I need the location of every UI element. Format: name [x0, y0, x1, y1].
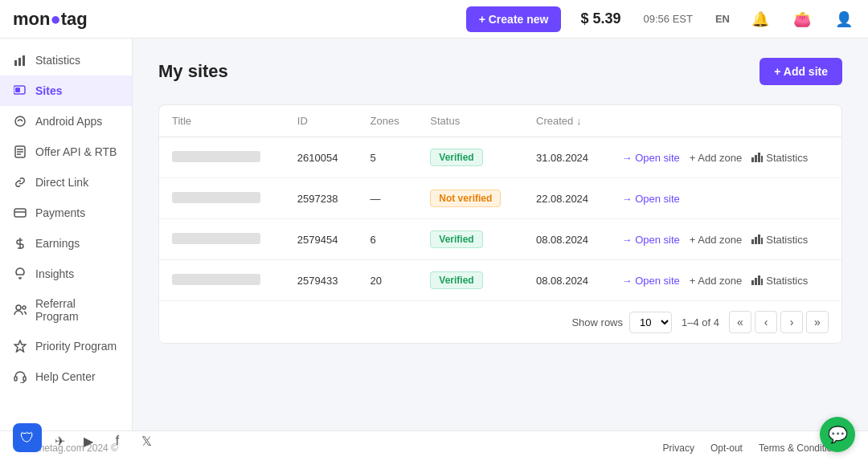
- account-icon[interactable]: 👤: [833, 8, 855, 31]
- cell-zones: 6: [358, 219, 418, 260]
- page-header: My sites + Add site: [158, 58, 842, 85]
- balance-display: $ 5.39: [580, 10, 620, 27]
- open-site-link[interactable]: → Open site: [622, 234, 680, 246]
- sidebar-item-priority-label: Priority Program: [35, 340, 117, 353]
- cell-zones: 5: [358, 137, 418, 178]
- open-site-link[interactable]: → Open site: [622, 275, 680, 287]
- pagination-nav: « ‹ › »: [729, 311, 829, 333]
- statistics-link[interactable]: Statistics: [751, 234, 808, 246]
- main-layout: Statistics Sites Android Apps Offer API …: [0, 39, 868, 430]
- sidebar-item-statistics[interactable]: Statistics: [0, 45, 132, 75]
- add-zone-link[interactable]: + Add zone: [690, 275, 742, 287]
- sidebar-item-earnings[interactable]: Earnings: [0, 228, 132, 259]
- lightbulb-icon: [13, 267, 27, 281]
- sidebar-item-earnings-label: Earnings: [35, 237, 80, 250]
- svg-rect-29: [761, 279, 763, 285]
- sidebar-item-direct-link[interactable]: Direct Link: [0, 167, 132, 198]
- svg-rect-18: [751, 157, 754, 162]
- svg-rect-28: [758, 275, 760, 285]
- svg-rect-23: [755, 237, 757, 244]
- cell-id: 2579454: [285, 219, 358, 260]
- prev-page-button[interactable]: ‹: [755, 311, 777, 333]
- next-page-button[interactable]: ›: [780, 311, 803, 333]
- statistics-link[interactable]: Statistics: [751, 152, 808, 164]
- open-site-link[interactable]: → Open site: [622, 193, 680, 205]
- opt-out-link[interactable]: Opt-out: [710, 443, 743, 454]
- sidebar-item-priority-program[interactable]: Priority Program: [0, 331, 132, 361]
- facebook-icon[interactable]: f: [106, 430, 129, 452]
- cell-id: 2610054: [285, 137, 358, 178]
- show-rows-control: Show rows 10 25 50: [571, 312, 672, 333]
- svg-rect-26: [751, 280, 754, 285]
- sidebar-item-android-apps-label: Android Apps: [35, 115, 102, 128]
- cell-status: Verified: [417, 260, 523, 301]
- footer-links: Privacy Opt-out Terms & Conditions: [663, 443, 842, 454]
- sidebar-item-help-label: Help Center: [35, 370, 96, 383]
- cell-created: 22.08.2024: [523, 178, 609, 219]
- svg-rect-22: [751, 239, 754, 244]
- col-actions: [609, 105, 841, 137]
- svg-rect-4: [15, 88, 20, 92]
- users-icon: [13, 303, 27, 317]
- add-zone-link[interactable]: + Add zone: [690, 234, 742, 246]
- open-site-link[interactable]: → Open site: [622, 152, 680, 164]
- create-new-button[interactable]: + Create new: [466, 6, 562, 32]
- sidebar-item-insights[interactable]: Insights: [0, 259, 132, 289]
- notifications-icon[interactable]: 🔔: [749, 8, 772, 31]
- shield-badge[interactable]: 🛡: [13, 423, 42, 452]
- language-selector[interactable]: EN: [715, 13, 730, 25]
- col-title: Title: [159, 105, 285, 137]
- svg-rect-20: [758, 153, 760, 162]
- table-header-row: Title ID Zones Status Created ↓: [159, 105, 841, 137]
- svg-marker-15: [14, 341, 26, 352]
- sidebar-item-referral-program[interactable]: Referral Program: [0, 289, 132, 331]
- add-zone-link[interactable]: + Add zone: [690, 152, 742, 164]
- table: Title ID Zones Status Created ↓ 2610054 …: [159, 105, 841, 300]
- svg-rect-17: [23, 377, 26, 381]
- cell-status: Verified: [417, 137, 523, 178]
- svg-rect-21: [761, 156, 763, 162]
- sidebar-item-sites[interactable]: Sites: [0, 75, 132, 106]
- table-row: 2610054 5 Verified 31.08.2024 → Open sit…: [159, 137, 841, 178]
- cell-title: [159, 260, 285, 301]
- sidebar-item-payments[interactable]: Payments: [0, 198, 132, 228]
- col-created[interactable]: Created ↓: [523, 105, 609, 137]
- svg-rect-10: [14, 209, 26, 217]
- privacy-link[interactable]: Privacy: [663, 443, 694, 454]
- table-row: 2579433 20 Verified 08.08.2024 → Open si…: [159, 260, 841, 301]
- statistics-link[interactable]: Statistics: [751, 275, 808, 287]
- first-page-button[interactable]: «: [729, 311, 751, 333]
- telegram-icon[interactable]: ✈: [48, 430, 71, 452]
- cell-zones: 20: [358, 260, 418, 301]
- cell-title: [159, 178, 285, 219]
- twitter-icon[interactable]: 𝕏: [135, 430, 158, 452]
- sidebar-item-sites-label: Sites: [35, 84, 62, 97]
- globe-icon: [13, 84, 27, 98]
- show-rows-label: Show rows: [571, 316, 623, 328]
- pagination-bar: Show rows 10 25 50 1–4 of 4 « ‹ › »: [159, 300, 841, 343]
- cell-actions: → Open site+ Add zone Statistics: [609, 137, 841, 178]
- svg-point-13: [16, 305, 21, 310]
- sidebar-item-offer-api[interactable]: Offer API & RTB: [0, 137, 132, 167]
- chat-bubble[interactable]: 💬: [820, 417, 855, 452]
- svg-rect-25: [761, 238, 763, 244]
- sidebar-item-help-center[interactable]: Help Center: [0, 361, 132, 392]
- svg-rect-24: [758, 235, 760, 244]
- youtube-icon[interactable]: ▶: [77, 430, 100, 452]
- col-id: ID: [285, 105, 358, 137]
- cell-status: Verified: [417, 219, 523, 260]
- svg-rect-0: [14, 60, 17, 66]
- col-status: Status: [417, 105, 523, 137]
- last-page-button[interactable]: »: [806, 311, 829, 333]
- sidebar-item-android-apps[interactable]: Android Apps: [0, 106, 132, 137]
- cell-actions: → Open site+ Add zone Statistics: [609, 260, 841, 301]
- android-icon: [13, 114, 27, 128]
- sidebar: Statistics Sites Android Apps Offer API …: [0, 39, 133, 430]
- sidebar-item-statistics-label: Statistics: [35, 54, 80, 67]
- svg-rect-2: [23, 55, 25, 66]
- svg-rect-27: [755, 278, 757, 285]
- wallet-icon[interactable]: 👛: [791, 8, 813, 31]
- add-site-button[interactable]: + Add site: [760, 58, 842, 85]
- rows-per-page-select[interactable]: 10 25 50: [629, 312, 672, 333]
- cell-id: 2579433: [285, 260, 358, 301]
